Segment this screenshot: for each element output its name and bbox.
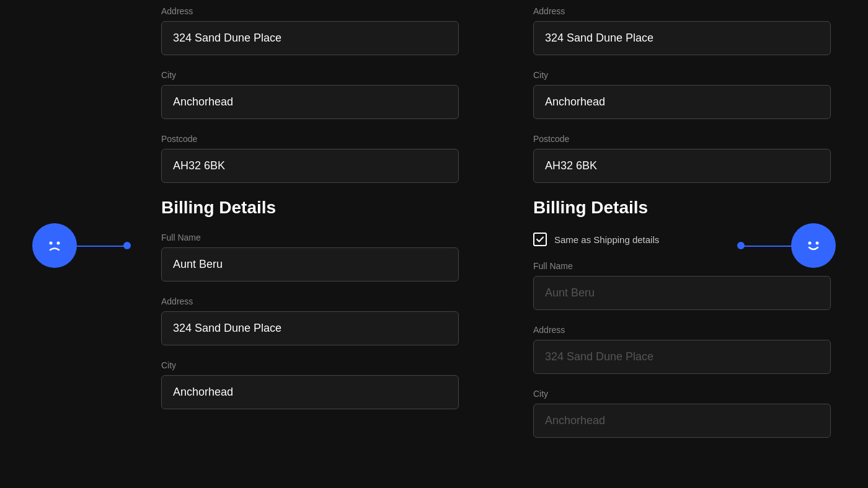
left-billing-city-input[interactable] bbox=[161, 375, 459, 409]
right-billing-city-input[interactable] bbox=[533, 404, 831, 438]
right-billing-fullname-label: Full Name bbox=[533, 261, 831, 271]
left-billing-fullname-group: Full Name bbox=[161, 233, 459, 282]
right-shipping-postcode-label: Postcode bbox=[533, 134, 831, 144]
svg-point-2 bbox=[808, 242, 812, 245]
avatar-dot-left bbox=[123, 242, 131, 249]
svg-point-1 bbox=[57, 242, 60, 245]
left-shipping-city-label: City bbox=[161, 70, 459, 80]
avatar-line-right bbox=[742, 246, 791, 247]
svg-point-0 bbox=[50, 242, 53, 245]
left-billing-section-title: Billing Details bbox=[161, 198, 459, 218]
left-billing-address-label: Address bbox=[161, 296, 459, 306]
left-billing-fullname-input[interactable] bbox=[161, 247, 459, 282]
avatar-line-left bbox=[77, 246, 126, 247]
right-shipping-city-group: City bbox=[533, 70, 831, 119]
avatar-right bbox=[791, 223, 836, 268]
avatar-left bbox=[32, 223, 77, 268]
same-as-shipping-row: Same as Shipping details bbox=[533, 233, 831, 246]
left-shipping-address-input[interactable] bbox=[161, 21, 459, 55]
left-shipping-postcode-group: Postcode bbox=[161, 134, 459, 183]
right-shipping-city-input[interactable] bbox=[533, 85, 831, 119]
right-billing-fullname-group: Full Name bbox=[533, 261, 831, 310]
right-shipping-address-label: Address bbox=[533, 6, 831, 16]
left-shipping-address-label: Address bbox=[161, 6, 459, 16]
right-shipping-city-label: City bbox=[533, 70, 831, 80]
svg-point-3 bbox=[816, 242, 819, 245]
right-shipping-address-input[interactable] bbox=[533, 21, 831, 55]
left-column: Address City Postcode Billing Details Fu… bbox=[0, 0, 496, 453]
right-shipping-address-group: Address bbox=[533, 6, 831, 55]
left-shipping-city-input[interactable] bbox=[161, 85, 459, 119]
right-shipping-postcode-group: Postcode bbox=[533, 134, 831, 183]
left-billing-city-label: City bbox=[161, 360, 459, 370]
left-billing-address-input[interactable] bbox=[161, 311, 459, 345]
right-billing-address-label: Address bbox=[533, 325, 831, 335]
avatar-dot-right bbox=[737, 242, 745, 249]
left-shipping-city-group: City bbox=[161, 70, 459, 119]
right-billing-fullname-input[interactable] bbox=[533, 276, 831, 310]
left-billing-fullname-label: Full Name bbox=[161, 233, 459, 242]
right-billing-address-group: Address bbox=[533, 325, 831, 374]
left-shipping-address-group: Address bbox=[161, 6, 459, 55]
right-billing-city-label: City bbox=[533, 389, 831, 399]
same-as-shipping-label: Same as Shipping details bbox=[554, 234, 659, 245]
right-billing-city-group: City bbox=[533, 389, 831, 438]
left-billing-address-group: Address bbox=[161, 296, 459, 345]
same-as-shipping-checkbox[interactable] bbox=[533, 233, 547, 246]
right-shipping-postcode-input[interactable] bbox=[533, 149, 831, 183]
left-billing-city-group: City bbox=[161, 360, 459, 409]
right-billing-section-title: Billing Details bbox=[533, 198, 831, 218]
left-shipping-postcode-input[interactable] bbox=[161, 149, 459, 183]
right-billing-address-input[interactable] bbox=[533, 340, 831, 374]
left-shipping-postcode-label: Postcode bbox=[161, 134, 459, 144]
